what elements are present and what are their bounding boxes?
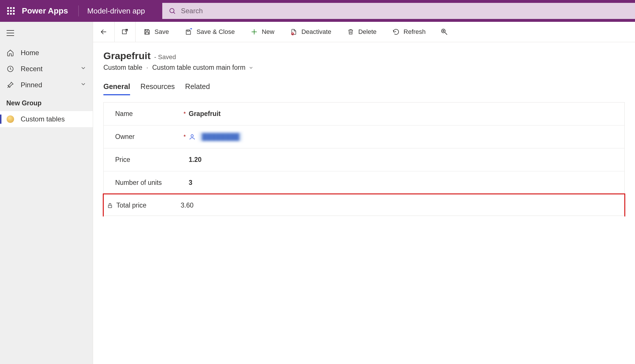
arrow-left-icon: [100, 28, 107, 36]
field-value-total: 3.60: [181, 202, 194, 209]
svg-rect-23: [108, 205, 112, 208]
delete-button[interactable]: Delete: [339, 22, 385, 42]
deactivate-button[interactable]: Deactivate: [282, 22, 339, 42]
check-access-button[interactable]: [434, 22, 455, 42]
command-bar: Save Save & Close New Deactivate Delete …: [93, 22, 635, 42]
sidebar-item-pinned[interactable]: Pinned: [0, 77, 93, 93]
field-row-units: Number of units 3: [104, 171, 624, 194]
person-icon: [189, 133, 196, 140]
svg-rect-8: [122, 30, 126, 34]
search-input[interactable]: [181, 7, 629, 15]
save-close-label: Save & Close: [196, 28, 235, 36]
field-label: Number of units: [115, 179, 162, 187]
record-header: Grapefruit - Saved Custom table · Custom…: [93, 42, 635, 74]
form-selector[interactable]: Custom table custom main form: [152, 64, 254, 71]
sidebar-item-home[interactable]: Home: [0, 45, 93, 61]
refresh-button[interactable]: Refresh: [385, 22, 434, 42]
sidebar-item-recent[interactable]: Recent: [0, 61, 93, 77]
popout-button[interactable]: [115, 22, 135, 42]
form-area: Name * Grapefruit Owner * ████████: [93, 95, 635, 227]
record-status: - Saved: [154, 53, 176, 61]
deactivate-label: Deactivate: [301, 28, 331, 36]
chevron-down-icon: [248, 65, 254, 70]
form-name-label: Custom table custom main form: [152, 64, 246, 71]
field-label: Total price: [116, 202, 146, 209]
svg-point-21: [443, 30, 444, 32]
refresh-label: Refresh: [404, 28, 426, 36]
clock-icon: [6, 65, 14, 73]
svg-point-0: [170, 9, 174, 13]
save-close-button[interactable]: Save & Close: [177, 22, 243, 42]
separator-dot: ·: [146, 64, 148, 71]
tab-related[interactable]: Related: [185, 82, 210, 95]
field-label: Owner: [115, 133, 135, 141]
deactivate-icon: [290, 28, 297, 35]
refresh-icon: [393, 28, 399, 35]
app-name-label[interactable]: Model-driven app: [87, 7, 162, 16]
field-value-units[interactable]: 3: [189, 179, 192, 187]
brand-label[interactable]: Power Apps: [22, 6, 78, 16]
content-area: Save Save & Close New Deactivate Delete …: [93, 22, 635, 364]
field-value-name[interactable]: Grapefruit: [189, 110, 221, 118]
header-divider: [78, 5, 79, 16]
svg-rect-10: [146, 30, 148, 31]
waffle-launcher[interactable]: [0, 7, 22, 15]
svg-point-19: [441, 29, 445, 33]
pin-icon: [6, 81, 14, 89]
svg-point-22: [191, 135, 193, 137]
field-value-owner[interactable]: ████████: [189, 132, 242, 141]
sidebar-item-label: Custom tables: [21, 115, 65, 123]
waffle-icon: [7, 7, 15, 15]
required-indicator: *: [184, 133, 189, 140]
chevron-down-icon: [80, 65, 86, 73]
search-icon: [169, 7, 176, 15]
entity-label: Custom table: [103, 64, 142, 71]
back-button[interactable]: [93, 22, 114, 42]
field-row-price: Price 1.20: [104, 148, 624, 171]
app-header: Power Apps Model-driven app: [0, 0, 635, 22]
svg-rect-11: [146, 32, 148, 34]
hamburger-icon: [6, 30, 14, 36]
plus-icon: [251, 28, 258, 35]
field-value-price[interactable]: 1.20: [189, 156, 202, 164]
owner-name-redacted: ████████: [199, 132, 242, 141]
field-label: Name: [115, 110, 133, 118]
key-search-icon: [441, 28, 448, 36]
save-button[interactable]: Save: [136, 22, 177, 42]
table-emoji-icon: [6, 115, 14, 123]
field-row-name: Name * Grapefruit: [104, 102, 624, 125]
form-tabs: General Resources Related: [93, 74, 635, 95]
form-table: Name * Grapefruit Owner * ████████: [103, 102, 625, 216]
save-label: Save: [155, 28, 169, 36]
lock-icon: [107, 202, 113, 209]
save-icon: [144, 28, 150, 35]
save-close-icon: [185, 28, 192, 36]
sidebar-item-label: Recent: [21, 65, 43, 73]
required-indicator: *: [184, 111, 189, 117]
sidebar-item-label: Home: [21, 49, 39, 57]
svg-line-20: [445, 32, 447, 35]
delete-label: Delete: [358, 28, 377, 36]
trash-icon: [347, 28, 354, 35]
field-row-total-highlighted: Total price 3.60: [103, 193, 625, 216]
search-wrap: [162, 3, 635, 19]
search-box[interactable]: [162, 3, 635, 19]
record-title: Grapefruit: [103, 50, 150, 61]
field-label: Price: [115, 156, 130, 164]
sidebar-item-label: Pinned: [21, 81, 42, 89]
tab-resources[interactable]: Resources: [140, 82, 175, 95]
sidebar-toggle[interactable]: [0, 27, 93, 45]
new-button[interactable]: New: [243, 22, 282, 42]
svg-line-1: [173, 12, 175, 14]
chevron-down-icon: [80, 81, 86, 89]
sidebar: Home Recent Pinned New Group Custom tabl…: [0, 22, 93, 364]
home-icon: [6, 49, 14, 57]
tab-general[interactable]: General: [103, 82, 130, 95]
new-label: New: [262, 28, 274, 36]
sidebar-item-custom-tables[interactable]: Custom tables: [0, 111, 93, 127]
svg-rect-12: [187, 30, 190, 31]
popout-icon: [121, 28, 128, 35]
sidebar-group-label: New Group: [0, 93, 93, 111]
field-row-owner: Owner * ████████: [104, 125, 624, 148]
